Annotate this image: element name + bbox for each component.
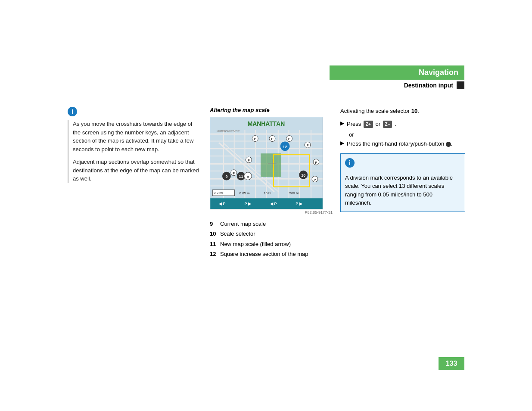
nav-title: Navigation xyxy=(330,65,464,80)
svg-text:◀ P: ◀ P xyxy=(218,202,225,206)
or-text: or xyxy=(349,131,465,138)
bullet-rotary: ▶ Press the right-hand rotary/push-butto… xyxy=(340,140,465,148)
page-number: 133 xyxy=(439,357,464,370)
svg-rect-12 xyxy=(255,130,256,209)
legend-item-11: 11 New map scale (filled arrow) xyxy=(210,239,333,249)
legend-list: 9 Current map scale 10 Scale selector 11… xyxy=(210,219,333,259)
image-ref: P82.85-9177-31 xyxy=(210,210,333,215)
svg-text:P: P xyxy=(288,137,290,141)
middle-column: Altering the map scale xyxy=(210,107,333,259)
map-container: ◀ P P ▶ ◀ P P ▶ 0.2 mi 0.05 mi 10 hi 500… xyxy=(210,117,323,209)
left-column: i As you move the crosshairs towards the… xyxy=(68,107,201,187)
right-column: Activating the scale selector 10. ▶ Pres… xyxy=(340,107,465,212)
arrow-icon-1: ▶ xyxy=(340,120,344,126)
header-bar: Navigation Destination input xyxy=(330,65,464,91)
map-svg: ◀ P P ▶ ◀ P P ▶ 0.2 mi 0.05 mi 10 hi 500… xyxy=(210,117,323,209)
svg-text:HUDSON RIVER: HUDSON RIVER xyxy=(217,130,240,133)
info-box-right: i A division mark corresponds to an avai… xyxy=(340,153,465,212)
dest-input-label: Destination input xyxy=(404,82,453,89)
svg-text:P: P xyxy=(248,159,250,162)
svg-text:10: 10 xyxy=(301,173,305,177)
svg-rect-10 xyxy=(234,130,235,209)
svg-text:0.2 mi: 0.2 mi xyxy=(214,191,223,195)
svg-rect-22 xyxy=(210,198,323,209)
svg-text:500 hi: 500 hi xyxy=(289,191,299,195)
bullet-press-buttons: ▶ Press Z+ or Z– . xyxy=(340,120,465,128)
z-plus-button: Z+ xyxy=(364,121,373,128)
svg-text:10 hi: 10 hi xyxy=(264,191,271,195)
activating-text: Activating the scale selector 10. xyxy=(340,107,465,115)
left-text: As you move the crosshairs towards the e… xyxy=(73,120,201,183)
svg-text:P: P xyxy=(233,171,235,175)
legend-item-12: 12 Square increase section of the map xyxy=(210,249,333,259)
rotary-text: Press the right-hand rotary/push-button … xyxy=(347,140,452,148)
svg-text:12: 12 xyxy=(283,144,288,149)
svg-rect-20 xyxy=(261,153,281,177)
svg-text:P ▶: P ▶ xyxy=(244,202,251,206)
svg-text:P: P xyxy=(254,137,256,141)
svg-text:11: 11 xyxy=(239,174,243,179)
press-buttons-text: Press Z+ or Z– . xyxy=(347,120,396,128)
legend-item-9: 9 Current map scale xyxy=(210,219,333,229)
info-icon-left: i xyxy=(68,107,77,116)
svg-text:P: P xyxy=(315,161,317,165)
section-title: Altering the map scale xyxy=(210,107,333,113)
svg-text:9: 9 xyxy=(225,174,227,179)
svg-text:P ▶: P ▶ xyxy=(296,202,302,206)
dest-input-bar: Destination input xyxy=(330,80,464,91)
svg-text:◀ P: ◀ P xyxy=(270,202,277,206)
info-box-header: i xyxy=(345,158,460,171)
arrow-icon-2: ▶ xyxy=(340,140,344,146)
left-text-block: As you move the crosshairs towards the e… xyxy=(68,120,201,183)
svg-rect-9 xyxy=(223,130,224,209)
info-box-text: A division mark corresponds to an availa… xyxy=(345,174,460,207)
svg-rect-11 xyxy=(244,130,245,209)
svg-text:0.05 mi: 0.05 mi xyxy=(240,191,251,195)
dest-black-square xyxy=(457,81,464,89)
rotary-button-icon xyxy=(446,142,451,147)
svg-rect-17 xyxy=(311,130,311,209)
legend-item-10: 10 Scale selector xyxy=(210,229,333,239)
info-icon-right: i xyxy=(345,158,355,168)
svg-rect-15 xyxy=(289,130,289,209)
svg-text:P: P xyxy=(271,137,273,141)
z-minus-button: Z– xyxy=(383,121,392,128)
svg-text:MANHATTAN: MANHATTAN xyxy=(248,120,285,127)
svg-text:P: P xyxy=(314,178,316,182)
svg-rect-16 xyxy=(299,130,300,209)
svg-text:P: P xyxy=(306,143,308,147)
svg-text:9: 9 xyxy=(247,175,249,179)
